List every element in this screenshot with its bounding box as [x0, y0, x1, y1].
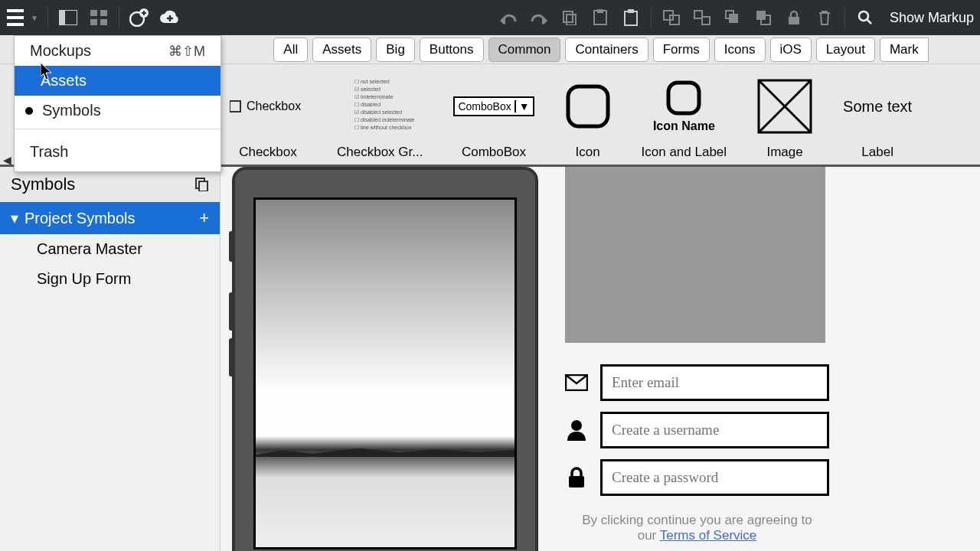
password-field[interactable] — [600, 459, 829, 496]
dropdown-label: Symbols — [42, 102, 101, 119]
svg-rect-9 — [567, 15, 576, 25]
svg-text:☑ indeterminate: ☑ indeterminate — [354, 94, 393, 99]
component-checkbox[interactable]: Checkbox Checkbox — [230, 73, 306, 160]
cloud-add-icon[interactable] — [159, 7, 181, 28]
svg-point-39 — [571, 420, 582, 431]
plus-icon[interactable]: + — [199, 208, 209, 228]
component-label: ComboBox — [462, 145, 526, 160]
group-icon[interactable] — [661, 7, 682, 28]
paste-icon[interactable] — [590, 7, 611, 28]
symbols-panel: Symbols ▾ Project Symbols + Camera Maste… — [0, 167, 220, 551]
search-icon[interactable] — [854, 7, 876, 28]
bring-front-icon[interactable] — [722, 7, 743, 28]
lib-tab-all[interactable]: All — [273, 37, 308, 62]
svg-rect-17 — [702, 17, 710, 24]
show-markup-label[interactable]: Show Markup — [890, 10, 974, 26]
svg-rect-33 — [568, 86, 608, 126]
component-combobox[interactable]: ComboBox▼ ComboBox — [453, 73, 534, 160]
svg-rect-40 — [569, 476, 584, 487]
scroll-left-icon[interactable]: ◀ — [3, 154, 11, 166]
component-label: Image — [766, 145, 802, 160]
component-label: Icon — [575, 145, 599, 160]
svg-rect-3 — [100, 10, 107, 16]
panel-group-project-symbols[interactable]: ▾ Project Symbols + — [0, 202, 220, 234]
send-back-icon[interactable] — [753, 7, 774, 28]
lib-tab-forms[interactable]: Forms — [653, 37, 710, 62]
lib-tab-assets[interactable]: Assets — [312, 37, 371, 62]
duplicate-icon[interactable] — [195, 178, 209, 191]
svg-rect-13 — [628, 9, 634, 13]
user-icon — [565, 419, 588, 441]
lib-tab-ios[interactable]: iOS — [770, 37, 812, 62]
signup-form: By clicking continue you are agreeing to… — [565, 167, 829, 551]
hamburger-menu-icon[interactable] — [6, 7, 28, 28]
svg-rect-37 — [199, 181, 207, 191]
main-area: Symbols ▾ Project Symbols + Camera Maste… — [0, 167, 980, 551]
bullet-icon — [25, 107, 33, 115]
svg-rect-16 — [694, 11, 702, 18]
dropdown-shortcut: ⌘⇧M — [168, 43, 205, 60]
svg-rect-2 — [90, 10, 97, 16]
lock-icon[interactable] — [783, 7, 805, 28]
svg-text:☐ disabled: ☐ disabled — [354, 102, 381, 107]
panel-layout-icon[interactable] — [57, 7, 79, 28]
svg-rect-22 — [789, 17, 799, 24]
copy-icon[interactable] — [559, 7, 580, 28]
redo-icon[interactable] — [528, 7, 550, 28]
svg-text:☑ selected: ☑ selected — [354, 86, 381, 92]
lib-tab-buttons[interactable]: Buttons — [420, 37, 484, 62]
svg-rect-5 — [100, 19, 107, 25]
lib-tab-common[interactable]: Common — [488, 37, 561, 62]
svg-rect-34 — [668, 83, 699, 113]
svg-rect-12 — [625, 11, 637, 25]
component-image[interactable]: Image — [757, 73, 812, 160]
symbol-item-sign-up-form[interactable]: Sign Up Form — [0, 264, 220, 294]
username-field[interactable] — [600, 412, 829, 448]
lib-tab-layout[interactable]: Layout — [816, 37, 875, 62]
component-label[interactable]: Some text Label — [843, 73, 912, 160]
lib-tab-containers[interactable]: Containers — [565, 37, 648, 62]
component-icon[interactable]: Icon — [565, 73, 611, 160]
top-toolbar: ▼ Show Markup — [0, 0, 980, 35]
envelope-icon — [565, 374, 588, 391]
svg-rect-11 — [597, 9, 603, 13]
undo-icon[interactable] — [498, 7, 519, 28]
dropdown-item-mockups[interactable]: Mockups ⌘⇧M — [15, 36, 220, 66]
component-label: Checkbox Gr... — [337, 145, 423, 160]
svg-text:☐ line without checkbox: ☐ line without checkbox — [354, 125, 412, 130]
dropdown-item-symbols[interactable]: Symbols — [15, 96, 220, 126]
lib-tab-big[interactable]: Big — [376, 37, 415, 62]
svg-text:Checkbox: Checkbox — [247, 99, 301, 112]
svg-rect-8 — [564, 11, 573, 22]
dropdown-item-trash[interactable]: Trash — [15, 132, 220, 171]
chevron-down-icon: ▾ — [11, 209, 18, 227]
svg-text:☑ disabled selected: ☑ disabled selected — [354, 109, 402, 115]
terms-link[interactable]: Terms of Service — [660, 528, 757, 543]
component-label: Icon and Label — [642, 145, 727, 160]
component-label: Checkbox — [239, 145, 297, 160]
trash-icon[interactable] — [814, 7, 835, 28]
dropdown-label: Trash — [30, 143, 68, 161]
canvas[interactable]: By clicking continue you are agreeing to… — [220, 167, 980, 551]
ungroup-icon[interactable] — [691, 7, 713, 28]
symbol-item-camera-master[interactable]: Camera Master — [0, 234, 220, 264]
component-checkbox-group[interactable]: ☐ not selected☑ selected☑ indeterminate☐… — [337, 73, 423, 160]
new-mockup-icon[interactable] — [129, 7, 150, 28]
grid-view-icon[interactable] — [88, 7, 109, 28]
terms-text: By clicking continue you are agreeing to… — [565, 513, 829, 543]
clipboard-icon[interactable] — [620, 7, 642, 28]
phone-screen — [253, 197, 517, 549]
component-icon-and-label[interactable]: Icon Name Icon and Label — [642, 73, 727, 160]
component-label: Label — [861, 145, 893, 160]
dropdown-item-assets[interactable]: Assets — [15, 66, 220, 96]
lock-icon — [565, 467, 588, 488]
dropdown-label: Mockups — [30, 42, 91, 60]
placeholder-image[interactable] — [565, 167, 825, 343]
panel-group-label: Project Symbols — [24, 210, 136, 227]
phone-mockup[interactable] — [232, 167, 538, 551]
lib-tab-icons[interactable]: Icons — [714, 37, 766, 62]
dropdown-label: Assets — [41, 72, 87, 90]
email-field[interactable] — [600, 364, 829, 401]
panel-title: Symbols — [11, 174, 75, 194]
lib-tab-markup[interactable]: Mark — [880, 37, 929, 62]
